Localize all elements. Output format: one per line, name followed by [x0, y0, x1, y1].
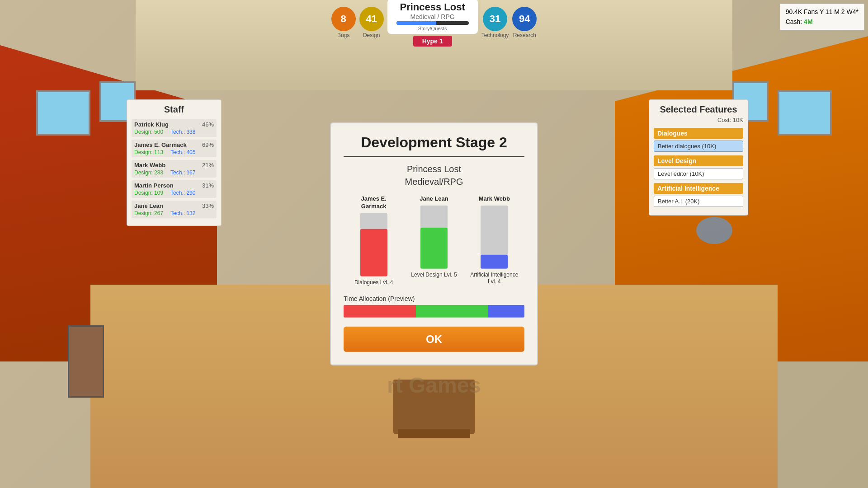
staff-name-4: Jane Lean [134, 202, 163, 209]
staff-design-0: Design: 500 [134, 129, 163, 135]
staff-title: Staff [132, 104, 217, 115]
company-name: rt Games [387, 373, 481, 398]
staff-pct-2: 21% [202, 162, 214, 169]
staff-bar-jane: Jane Lean Level Design Lvl. 5 [409, 195, 459, 286]
features-panel: Selected Features Cost: 10K Dialogues Be… [649, 99, 748, 216]
research-badge: 94 [512, 7, 537, 31]
features-title: Selected Features [654, 104, 743, 115]
research-label: Research [513, 32, 536, 38]
hype-bar: Hype 1 [413, 36, 452, 47]
staff-bar-name-james: James E. Garmack [349, 195, 399, 211]
staff-row: Mark Webb 21% Design: 283 Tech.: 167 [132, 160, 217, 178]
technology-label: Technology [481, 32, 509, 38]
staff-bar-label-james: Dialogues Lvl. 4 [354, 279, 393, 286]
feature-category-dialogues: Dialogues [654, 128, 743, 139]
bugs-label: Bugs [337, 32, 349, 38]
staff-pct-4: 33% [202, 202, 214, 209]
time-seg-blue [488, 305, 524, 318]
staff-design-3: Design: 109 [134, 190, 163, 196]
staff-pct-0: 46% [202, 121, 214, 128]
stats-box: 90.4K Fans Y 11 M 2 W4* Cash: 4M [780, 4, 864, 30]
bugs-badge: 8 [331, 7, 356, 31]
design-label: Design [363, 32, 380, 38]
staff-design-2: Design: 283 [134, 169, 163, 176]
main-dialog: Development Stage 2 Princess Lost Mediev… [330, 122, 538, 366]
dialog-game-name: Princess Lost Medieval/RPG [344, 163, 524, 188]
staff-tech-0: Tech.: 338 [170, 129, 195, 135]
staff-row: Jane Lean 33% Design: 267 Tech.: 132 [132, 201, 217, 218]
game-title: Princess Lost [396, 1, 469, 13]
bar-fill-mark [481, 255, 508, 269]
top-hud: 8 Bugs 41 Design Princess Lost Medieval … [0, 0, 868, 45]
cash-stat: Cash: 4M [786, 17, 859, 27]
staff-row: James E. Garmack 69% Design: 113 Tech.: … [132, 140, 217, 157]
design-badge: 41 [359, 7, 384, 31]
bar-container-james [360, 213, 387, 277]
table-leg [398, 429, 470, 438]
bar-container-jane [420, 206, 448, 269]
bar-bg-mark [481, 206, 508, 269]
staff-bar-mark: Mark Webb Artificial IntelligenceLvl. 4 [469, 195, 519, 286]
cash-label: Cash: [786, 18, 802, 25]
feature-item-level-editor[interactable]: Level editor (10K) [654, 168, 743, 179]
cash-value: 4M [804, 18, 812, 25]
staff-tech-4: Tech.: 132 [170, 210, 195, 216]
staff-tech-3: Tech.: 290 [170, 190, 195, 196]
staff-row: Martin Person 31% Design: 109 Tech.: 290 [132, 180, 217, 198]
staff-name-2: Mark Webb [134, 162, 165, 169]
staff-bar-name-jane: Jane Lean [420, 195, 448, 203]
time-seg-green [416, 305, 488, 318]
feature-item-better-ai[interactable]: Better A.I. (20K) [654, 196, 743, 207]
window-right-1 [778, 90, 832, 136]
bar-empty-mark [481, 206, 508, 255]
design-hud-item: 41 [359, 7, 384, 31]
staff-panel: Staff Patrick Klug 46% Design: 500 Tech.… [127, 99, 222, 226]
technology-badge: 31 [483, 7, 507, 31]
dialog-title: Development Stage 2 [344, 134, 524, 157]
staff-design-1: Design: 113 [134, 149, 163, 155]
staff-bar-label-mark: Artificial IntelligenceLvl. 4 [470, 272, 518, 286]
bar-empty-jane [420, 206, 448, 228]
feature-category-level-design: Level Design [654, 155, 743, 166]
time-allocation-label: Time Allocation (Preview) [344, 295, 524, 302]
feature-category-ai: Artificial Intelligence [654, 183, 743, 194]
bar-bg-jane [420, 206, 448, 269]
door [68, 325, 104, 398]
progress-fill [396, 21, 436, 25]
staff-tech-1: Tech.: 405 [170, 149, 195, 155]
game-title-box: Princess Lost Medieval / RPG Story/Quest… [387, 0, 478, 34]
bar-fill-jane [420, 228, 448, 269]
furniture-chair [696, 217, 732, 244]
progress-bar [396, 21, 469, 25]
time-seg-red [344, 305, 416, 318]
time-allocation-bar [344, 305, 524, 318]
staff-name-0: Patrick Klug [134, 121, 169, 128]
bugs-hud-item: 8 Bugs [331, 7, 356, 38]
feature-item-better-dialogues[interactable]: Better dialogues (10K) [654, 141, 743, 152]
window-left-1 [36, 90, 90, 136]
staff-pct-1: 69% [202, 141, 214, 148]
staff-design-4: Design: 267 [134, 210, 163, 216]
bar-container-mark [481, 206, 508, 269]
story-quests-label: Story/Quests [396, 26, 469, 31]
fans-stat: 90.4K Fans Y 11 M 2 W4* [786, 7, 859, 17]
staff-bars-section: James E. Garmack Dialogues Lvl. 4 Jane L… [344, 195, 524, 286]
staff-name-3: Martin Person [134, 182, 174, 189]
features-cost: Cost: 10K [654, 117, 743, 123]
staff-tech-2: Tech.: 167 [170, 169, 195, 176]
staff-bar-label-jane: Level Design Lvl. 5 [411, 272, 457, 279]
staff-bar-james: James E. Garmack Dialogues Lvl. 4 [349, 195, 399, 286]
ok-button[interactable]: OK [344, 327, 524, 352]
game-genre: Medieval / RPG [396, 13, 469, 20]
staff-row: Patrick Klug 46% Design: 500 Tech.: 338 [132, 119, 217, 137]
staff-pct-3: 31% [202, 182, 214, 189]
research-hud-item: 94 Research [512, 7, 537, 38]
staff-bar-name-mark: Mark Webb [479, 195, 510, 203]
bar-bg-james [360, 213, 387, 277]
bar-fill-james [360, 229, 387, 277]
staff-name-1: James E. Garmack [134, 141, 187, 148]
bar-empty-james [360, 213, 387, 229]
